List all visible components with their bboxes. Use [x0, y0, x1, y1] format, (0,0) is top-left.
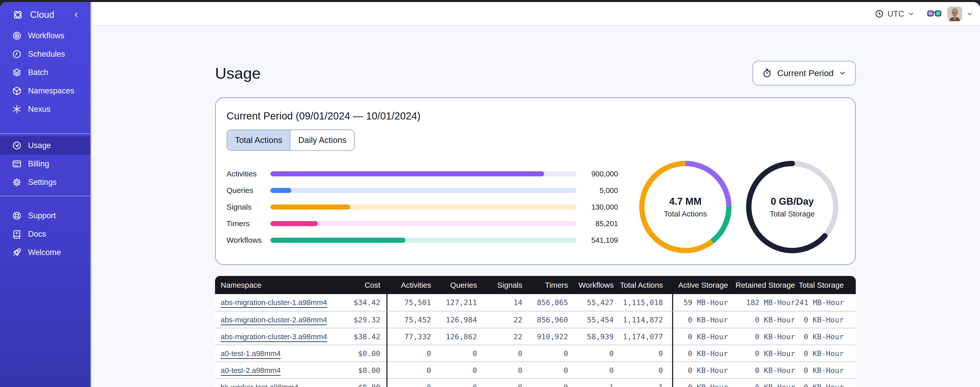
table-cell: 0 [431, 366, 477, 375]
table-cell: 1,114,872 [614, 312, 673, 328]
stopwatch-icon [762, 68, 772, 78]
table-cell: 0 [568, 366, 614, 375]
workflows-icon [12, 30, 22, 41]
total-actions-donut: 4.7 MM Total Actions [639, 161, 732, 253]
table-cell: 58,939 [568, 333, 614, 341]
table-cell: 0 [522, 366, 568, 375]
clock-icon [874, 9, 884, 19]
sidebar-item-label: Workflows [28, 31, 64, 40]
sidebar-item-batch[interactable]: Batch [0, 63, 90, 82]
sidebar-item-settings[interactable]: Settings [0, 173, 90, 192]
namespace-link[interactable]: a0-test-1.a98mm4 [221, 349, 281, 358]
column-header-active-storage: Active Storage [673, 281, 728, 289]
namespace-link[interactable]: abs-migration-cluster-2.a98mm4 [221, 316, 327, 324]
donut-value: 4.7 MM [669, 196, 702, 207]
bar-fill [270, 205, 350, 209]
usage-icon [12, 141, 22, 150]
sidebar-item-label: Settings [28, 178, 57, 187]
timezone-selector[interactable]: UTC [874, 9, 915, 19]
tab-total-actions[interactable]: Total Actions [227, 130, 290, 150]
table-cell: 55,454 [568, 315, 614, 324]
column-header-namespace: Namespace [215, 281, 322, 289]
table-cell: 55,427 [568, 298, 614, 307]
nexus-icon [12, 104, 22, 114]
bar-track [270, 221, 576, 226]
bar-fill [270, 221, 318, 226]
bar-track [270, 188, 576, 193]
table-cell: 59 MB-Hour [673, 298, 728, 307]
bar-row-workflows: Workflows541,109 [226, 232, 618, 249]
bar-label: Workflows [226, 236, 270, 245]
current-period-card: Current Period (09/01/2024 — 10/01/2024)… [215, 97, 856, 265]
schedules-icon [12, 49, 22, 59]
table-cell: 0 KB-Hour [673, 383, 728, 387]
dev-glasses-icon[interactable] [927, 9, 942, 19]
namespace-cell: abs-migration-cluster-3.a98mm4 [215, 333, 322, 341]
table-row: abs-migration-cluster-3.a98mm4$38.4277,3… [215, 328, 856, 345]
table-cell: 0 [477, 383, 522, 387]
table-cell: 856,960 [522, 315, 568, 324]
sidebar-item-usage[interactable]: Usage [0, 136, 90, 155]
namespace-link[interactable]: a0-test-2.a98mm4 [221, 366, 281, 374]
namespace-cell: bk-worker-test.a98mm4 [215, 383, 322, 387]
table-cell: 0 KB-Hour [795, 366, 856, 375]
table-cell: 0 [431, 383, 477, 387]
table-cell: 0 KB-Hour [795, 333, 856, 341]
table-row: a0-test-2.a98mm4$0.000000000 KB-Hour0 KB… [215, 361, 856, 378]
table-cell: 0 KB-Hour [728, 333, 795, 341]
sidebar-item-docs[interactable]: Docs [0, 225, 90, 243]
table-cell: 0 [614, 345, 673, 362]
sidebar-item-label: Billing [28, 159, 49, 168]
bar-row-activities: Activities900,000 [226, 166, 618, 182]
period-selector-button[interactable]: Current Period [752, 61, 856, 86]
actions-tabs: Total ActionsDaily Actions [226, 130, 355, 151]
table-cell: 1 [568, 383, 614, 387]
chevron-down-icon [839, 69, 846, 77]
sidebar-item-support[interactable]: Support [0, 206, 90, 225]
sidebar-item-workflows[interactable]: Workflows [0, 27, 90, 45]
sidebar-item-label: Support [28, 211, 56, 220]
sidebar-item-label: Batch [28, 68, 48, 77]
namespace-link[interactable]: abs-migration-cluster-1.a98mm4 [221, 298, 327, 307]
table-cell: 22 [477, 333, 522, 341]
namespace-cell: a0-test-2.a98mm4 [215, 366, 322, 375]
sidebar-item-schedules[interactable]: Schedules [0, 45, 90, 63]
bar-label: Queries [226, 186, 270, 195]
card-title: Current Period (09/01/2024 — 10/01/2024) [226, 110, 844, 122]
sidebar: Cloud WorkflowsSchedulesBatchNamespacesN… [0, 2, 91, 387]
tab-daily-actions[interactable]: Daily Actions [290, 130, 354, 150]
table-cell: 910,922 [522, 333, 568, 341]
namespace-usage-table: NamespaceCostActivitiesQueriesSignalsTim… [215, 276, 856, 387]
namespaces-icon [12, 86, 22, 96]
docs-icon [12, 229, 22, 239]
account-chevron-down-icon[interactable] [966, 10, 974, 18]
avatar[interactable] [947, 6, 962, 21]
bar-label: Activities [226, 170, 270, 178]
namespace-link[interactable]: abs-migration-cluster-3.a98mm4 [221, 333, 327, 341]
table-cell: 0 [477, 366, 522, 375]
app-window: Cloud WorkflowsSchedulesBatchNamespacesN… [0, 2, 980, 387]
table-cell: 0 [477, 349, 522, 358]
bar-row-signals: Signals130,000 [226, 199, 618, 216]
table-cell: 0 KB-Hour [728, 383, 795, 387]
table-cell: 126,984 [431, 315, 477, 324]
table-cell: 0 [387, 349, 431, 358]
namespace-link[interactable]: bk-worker-test.a98mm4 [221, 383, 298, 387]
sidebar-item-nexus[interactable]: Nexus [0, 100, 90, 118]
namespace-cell: a0-test-1.a98mm4 [215, 349, 322, 358]
column-header-retained-storage: Retained Storage [728, 281, 795, 289]
bar-track [270, 205, 576, 209]
timezone-label: UTC [888, 9, 904, 19]
table-cell: 77,332 [387, 333, 431, 341]
column-header-signals: Signals [477, 281, 522, 289]
table-cell: 0 [614, 362, 673, 379]
sidebar-item-billing[interactable]: Billing [0, 155, 90, 173]
sidebar-item-welcome[interactable]: Welcome [0, 243, 90, 262]
table-cell: 0 KB-Hour [673, 366, 728, 375]
bar-value: 85,201 [576, 219, 618, 228]
sidebar-item-label: Nexus [28, 105, 51, 114]
table-cell: 182 MB-Hour [728, 298, 795, 307]
sidebar-item-namespaces[interactable]: Namespaces [0, 82, 90, 100]
sidebar-collapse-icon[interactable] [72, 11, 80, 19]
namespace-cell: abs-migration-cluster-2.a98mm4 [215, 316, 322, 324]
